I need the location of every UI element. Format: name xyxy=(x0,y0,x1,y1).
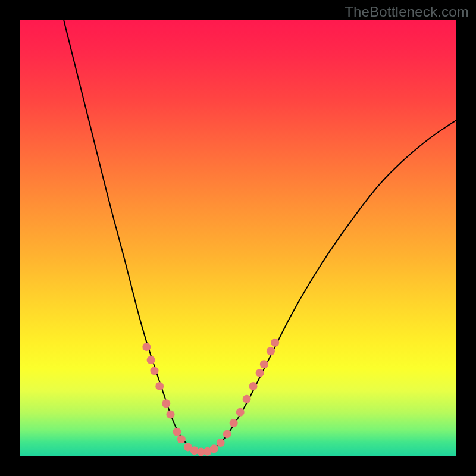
marker-dot xyxy=(260,360,268,368)
marker-dot xyxy=(155,382,164,390)
marker-dot xyxy=(167,411,175,419)
marker-dot xyxy=(147,356,155,364)
marker-dots xyxy=(142,339,279,456)
marker-dot xyxy=(162,399,170,408)
marker-dot xyxy=(173,428,181,436)
marker-dot xyxy=(223,430,231,438)
marker-dot xyxy=(151,367,159,375)
chart-container: TheBottleneck.com xyxy=(0,0,476,476)
marker-dot xyxy=(249,382,258,390)
marker-dot xyxy=(210,444,218,453)
marker-dot xyxy=(177,435,186,443)
chart-overlay xyxy=(20,20,456,456)
marker-dot xyxy=(230,419,238,427)
marker-dot xyxy=(142,343,151,351)
marker-dot xyxy=(271,339,279,347)
marker-dot xyxy=(243,395,251,403)
marker-dot xyxy=(256,369,264,377)
marker-dot xyxy=(267,347,275,355)
marker-dot xyxy=(236,408,245,416)
bottleneck-curve xyxy=(64,20,456,452)
marker-dot xyxy=(217,439,225,447)
plot-area xyxy=(20,20,456,456)
watermark-text: TheBottleneck.com xyxy=(345,4,469,20)
